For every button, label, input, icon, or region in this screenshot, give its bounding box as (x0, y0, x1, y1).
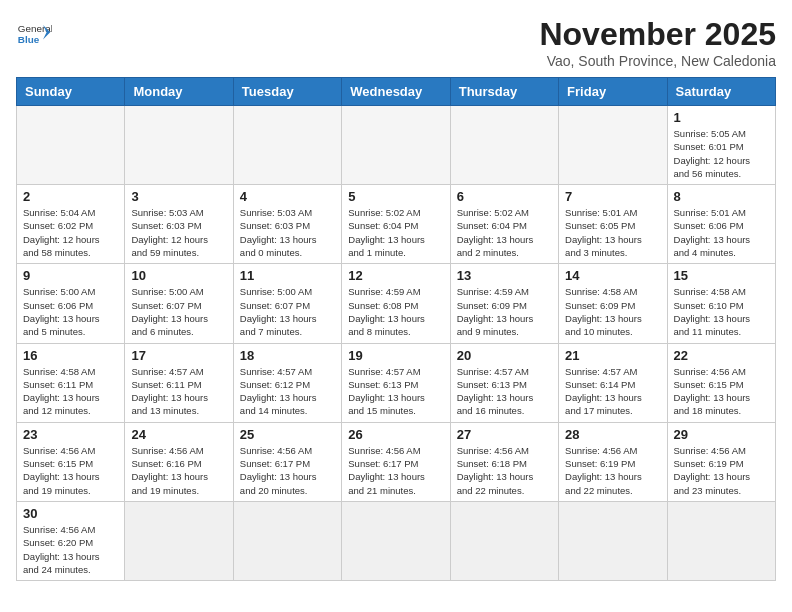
calendar-cell: 6Sunrise: 5:02 AM Sunset: 6:04 PM Daylig… (450, 185, 558, 264)
calendar-cell: 21Sunrise: 4:57 AM Sunset: 6:14 PM Dayli… (559, 343, 667, 422)
day-info: Sunrise: 4:56 AM Sunset: 6:19 PM Dayligh… (674, 444, 769, 497)
page-header: General Blue November 2025 Vao, South Pr… (16, 16, 776, 69)
day-info: Sunrise: 4:56 AM Sunset: 6:15 PM Dayligh… (23, 444, 118, 497)
day-info: Sunrise: 4:57 AM Sunset: 6:14 PM Dayligh… (565, 365, 660, 418)
day-info: Sunrise: 4:59 AM Sunset: 6:08 PM Dayligh… (348, 285, 443, 338)
day-number: 7 (565, 189, 660, 204)
location: Vao, South Province, New Caledonia (539, 53, 776, 69)
day-info: Sunrise: 5:03 AM Sunset: 6:03 PM Dayligh… (240, 206, 335, 259)
day-number: 12 (348, 268, 443, 283)
calendar-cell: 8Sunrise: 5:01 AM Sunset: 6:06 PM Daylig… (667, 185, 775, 264)
month-title: November 2025 (539, 16, 776, 53)
calendar-cell (342, 106, 450, 185)
day-number: 2 (23, 189, 118, 204)
calendar-cell: 7Sunrise: 5:01 AM Sunset: 6:05 PM Daylig… (559, 185, 667, 264)
title-block: November 2025 Vao, South Province, New C… (539, 16, 776, 69)
day-info: Sunrise: 4:58 AM Sunset: 6:11 PM Dayligh… (23, 365, 118, 418)
day-info: Sunrise: 5:00 AM Sunset: 6:07 PM Dayligh… (131, 285, 226, 338)
day-number: 17 (131, 348, 226, 363)
day-number: 3 (131, 189, 226, 204)
day-info: Sunrise: 4:56 AM Sunset: 6:16 PM Dayligh… (131, 444, 226, 497)
day-number: 8 (674, 189, 769, 204)
day-number: 10 (131, 268, 226, 283)
calendar-cell: 20Sunrise: 4:57 AM Sunset: 6:13 PM Dayli… (450, 343, 558, 422)
calendar-cell: 9Sunrise: 5:00 AM Sunset: 6:06 PM Daylig… (17, 264, 125, 343)
calendar-cell: 23Sunrise: 4:56 AM Sunset: 6:15 PM Dayli… (17, 422, 125, 501)
calendar-cell: 14Sunrise: 4:58 AM Sunset: 6:09 PM Dayli… (559, 264, 667, 343)
calendar-cell: 27Sunrise: 4:56 AM Sunset: 6:18 PM Dayli… (450, 422, 558, 501)
day-info: Sunrise: 4:56 AM Sunset: 6:18 PM Dayligh… (457, 444, 552, 497)
calendar-cell: 11Sunrise: 5:00 AM Sunset: 6:07 PM Dayli… (233, 264, 341, 343)
logo-icon: General Blue (16, 16, 52, 52)
calendar-cell: 3Sunrise: 5:03 AM Sunset: 6:03 PM Daylig… (125, 185, 233, 264)
day-number: 13 (457, 268, 552, 283)
day-info: Sunrise: 4:56 AM Sunset: 6:17 PM Dayligh… (240, 444, 335, 497)
day-info: Sunrise: 4:56 AM Sunset: 6:20 PM Dayligh… (23, 523, 118, 576)
day-info: Sunrise: 4:56 AM Sunset: 6:17 PM Dayligh… (348, 444, 443, 497)
calendar-cell: 28Sunrise: 4:56 AM Sunset: 6:19 PM Dayli… (559, 422, 667, 501)
weekday-header-saturday: Saturday (667, 78, 775, 106)
day-number: 15 (674, 268, 769, 283)
calendar-cell (667, 501, 775, 580)
day-info: Sunrise: 4:57 AM Sunset: 6:11 PM Dayligh… (131, 365, 226, 418)
day-number: 5 (348, 189, 443, 204)
day-info: Sunrise: 5:01 AM Sunset: 6:06 PM Dayligh… (674, 206, 769, 259)
calendar-cell: 22Sunrise: 4:56 AM Sunset: 6:15 PM Dayli… (667, 343, 775, 422)
day-number: 6 (457, 189, 552, 204)
calendar-table: SundayMondayTuesdayWednesdayThursdayFrid… (16, 77, 776, 581)
calendar-cell (450, 501, 558, 580)
calendar-cell (125, 106, 233, 185)
calendar-cell (233, 106, 341, 185)
week-row-1: 2Sunrise: 5:04 AM Sunset: 6:02 PM Daylig… (17, 185, 776, 264)
calendar-cell: 24Sunrise: 4:56 AM Sunset: 6:16 PM Dayli… (125, 422, 233, 501)
day-number: 9 (23, 268, 118, 283)
day-info: Sunrise: 5:04 AM Sunset: 6:02 PM Dayligh… (23, 206, 118, 259)
day-info: Sunrise: 5:01 AM Sunset: 6:05 PM Dayligh… (565, 206, 660, 259)
day-number: 18 (240, 348, 335, 363)
weekday-header-sunday: Sunday (17, 78, 125, 106)
day-info: Sunrise: 4:58 AM Sunset: 6:10 PM Dayligh… (674, 285, 769, 338)
calendar-cell: 2Sunrise: 5:04 AM Sunset: 6:02 PM Daylig… (17, 185, 125, 264)
calendar-cell (233, 501, 341, 580)
day-info: Sunrise: 4:56 AM Sunset: 6:15 PM Dayligh… (674, 365, 769, 418)
day-info: Sunrise: 4:57 AM Sunset: 6:12 PM Dayligh… (240, 365, 335, 418)
calendar-cell: 17Sunrise: 4:57 AM Sunset: 6:11 PM Dayli… (125, 343, 233, 422)
calendar-cell: 10Sunrise: 5:00 AM Sunset: 6:07 PM Dayli… (125, 264, 233, 343)
day-number: 25 (240, 427, 335, 442)
calendar-cell: 30Sunrise: 4:56 AM Sunset: 6:20 PM Dayli… (17, 501, 125, 580)
weekday-header-wednesday: Wednesday (342, 78, 450, 106)
day-number: 16 (23, 348, 118, 363)
calendar-cell: 15Sunrise: 4:58 AM Sunset: 6:10 PM Dayli… (667, 264, 775, 343)
day-number: 24 (131, 427, 226, 442)
calendar-cell: 12Sunrise: 4:59 AM Sunset: 6:08 PM Dayli… (342, 264, 450, 343)
day-info: Sunrise: 4:57 AM Sunset: 6:13 PM Dayligh… (457, 365, 552, 418)
day-info: Sunrise: 5:05 AM Sunset: 6:01 PM Dayligh… (674, 127, 769, 180)
calendar-cell: 18Sunrise: 4:57 AM Sunset: 6:12 PM Dayli… (233, 343, 341, 422)
calendar-cell: 26Sunrise: 4:56 AM Sunset: 6:17 PM Dayli… (342, 422, 450, 501)
calendar-cell: 25Sunrise: 4:56 AM Sunset: 6:17 PM Dayli… (233, 422, 341, 501)
week-row-5: 30Sunrise: 4:56 AM Sunset: 6:20 PM Dayli… (17, 501, 776, 580)
day-info: Sunrise: 4:56 AM Sunset: 6:19 PM Dayligh… (565, 444, 660, 497)
calendar-cell: 5Sunrise: 5:02 AM Sunset: 6:04 PM Daylig… (342, 185, 450, 264)
day-number: 22 (674, 348, 769, 363)
calendar-cell: 13Sunrise: 4:59 AM Sunset: 6:09 PM Dayli… (450, 264, 558, 343)
day-number: 1 (674, 110, 769, 125)
day-number: 28 (565, 427, 660, 442)
calendar-cell: 1Sunrise: 5:05 AM Sunset: 6:01 PM Daylig… (667, 106, 775, 185)
day-info: Sunrise: 4:58 AM Sunset: 6:09 PM Dayligh… (565, 285, 660, 338)
day-info: Sunrise: 5:02 AM Sunset: 6:04 PM Dayligh… (348, 206, 443, 259)
day-number: 30 (23, 506, 118, 521)
calendar-cell: 19Sunrise: 4:57 AM Sunset: 6:13 PM Dayli… (342, 343, 450, 422)
day-number: 19 (348, 348, 443, 363)
day-number: 27 (457, 427, 552, 442)
calendar-cell (559, 106, 667, 185)
weekday-header-row: SundayMondayTuesdayWednesdayThursdayFrid… (17, 78, 776, 106)
weekday-header-monday: Monday (125, 78, 233, 106)
day-number: 23 (23, 427, 118, 442)
weekday-header-friday: Friday (559, 78, 667, 106)
day-number: 21 (565, 348, 660, 363)
week-row-4: 23Sunrise: 4:56 AM Sunset: 6:15 PM Dayli… (17, 422, 776, 501)
calendar-cell (17, 106, 125, 185)
weekday-header-tuesday: Tuesday (233, 78, 341, 106)
day-number: 29 (674, 427, 769, 442)
